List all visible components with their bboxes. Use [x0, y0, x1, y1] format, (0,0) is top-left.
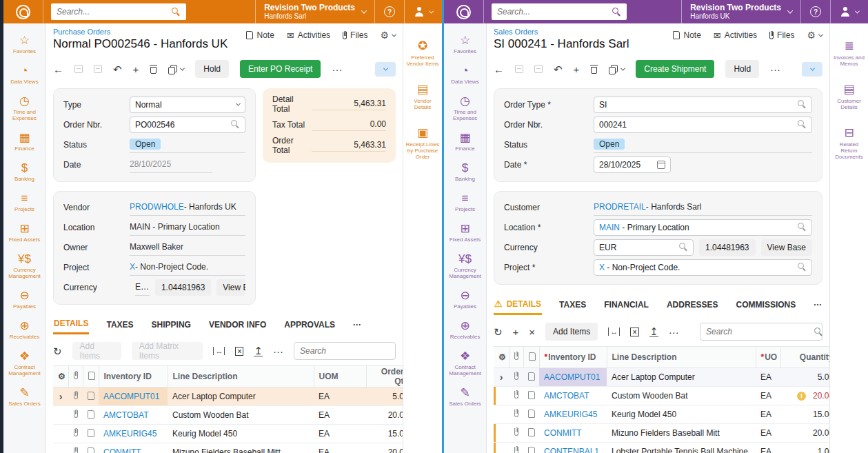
grid-search-input[interactable] — [706, 327, 814, 336]
row-note-cell[interactable] — [83, 443, 99, 453]
inventory-id-link[interactable]: CONMITT — [544, 428, 582, 438]
project-field[interactable]: X - Non-Project Code. — [594, 259, 812, 276]
expand-summary-button[interactable] — [375, 62, 396, 77]
sidebar-item-projects[interactable]: ≡Projects — [3, 187, 46, 217]
grid-search[interactable] — [700, 323, 822, 341]
back-button[interactable]: ← — [494, 64, 504, 74]
grid-more-button[interactable]: ··· — [669, 327, 679, 337]
grid-search[interactable] — [294, 342, 396, 360]
order-nbr-field[interactable]: PO002546 — [130, 117, 245, 133]
tab-[interactable]: ··· — [813, 297, 822, 314]
row-note-cell[interactable] — [83, 406, 99, 425]
sidebar-item-fixed-assets[interactable]: ⊞Fixed Assets — [3, 217, 46, 248]
side-panel-item-vendor-details[interactable]: ▤Vendor Details — [403, 77, 442, 120]
location-field[interactable]: MAIN - Primary Location — [594, 219, 812, 236]
side-panel-item-related-return-documents[interactable]: ⊟Related Return Documents — [830, 120, 868, 170]
column-uom[interactable]: UOM — [314, 366, 366, 387]
upload-icon[interactable]: ↥ — [254, 345, 263, 356]
help-button[interactable]: ? — [801, 0, 831, 23]
row-attachment-cell[interactable] — [509, 368, 523, 387]
fit-width-icon[interactable]: ↔ — [608, 328, 620, 336]
help-button[interactable]: ? — [375, 0, 405, 23]
order-type-field[interactable]: SI — [594, 97, 812, 113]
inventory-id-link[interactable]: CONMITT — [103, 447, 141, 453]
breadcrumb[interactable]: Sales Orders — [494, 28, 629, 36]
refresh-button[interactable]: ↻ — [53, 346, 62, 356]
row-attachment-cell[interactable] — [509, 405, 523, 424]
save-close-button[interactable] — [74, 65, 83, 73]
copy-paste-button[interactable] — [168, 65, 184, 74]
row-attachment-cell[interactable] — [68, 406, 83, 425]
export-excel-icon[interactable]: X — [630, 328, 639, 336]
date-field[interactable]: 28/10/2025 — [594, 157, 671, 173]
tab-details[interactable]: ⚠DETAILS — [494, 296, 542, 315]
tab-taxes[interactable]: TAXES — [105, 317, 134, 334]
user-menu[interactable] — [831, 0, 868, 23]
row-note-cell[interactable] — [523, 443, 539, 453]
undo-button[interactable]: ↶ — [113, 64, 122, 74]
inventory-id-link[interactable]: AMKEURIG45 — [544, 410, 597, 419]
search-input[interactable] — [57, 7, 172, 17]
sidebar-item-contract-management[interactable]: ❖Contract Management — [444, 345, 486, 381]
row-expander-cell[interactable]: › — [53, 387, 68, 406]
project-link[interactable]: X — [599, 263, 605, 272]
table-row[interactable]: CONMITTMizuno Fielders Baseball MittEA20… — [53, 443, 403, 453]
project-link[interactable]: X — [130, 262, 135, 272]
table-row[interactable]: AMKEURIG45Keurig Model 450EA15.0 — [53, 425, 403, 443]
row-attachment-cell[interactable] — [68, 425, 83, 443]
delete-button[interactable] — [150, 65, 157, 74]
side-panel-item-preferred-vendor-items[interactable]: ✪Preferred Vendor Items — [403, 33, 442, 77]
hold-button[interactable]: Hold — [195, 60, 229, 78]
column-inventory-id[interactable]: Inventory ID — [99, 366, 168, 387]
order-nbr-field[interactable]: 000241 — [594, 117, 812, 133]
sidebar-item-payables[interactable]: ⊖Payables — [3, 284, 46, 314]
note-button[interactable]: Note — [673, 30, 700, 40]
sidebar-item-data-views[interactable]: ◔Data Views — [3, 59, 46, 90]
row-attachment-cell[interactable] — [509, 443, 523, 453]
search-icon[interactable] — [612, 8, 621, 17]
calendar-icon[interactable] — [657, 161, 665, 169]
lookup-icon[interactable] — [798, 100, 807, 109]
inventory-id-link[interactable]: CONTENBAL1 — [544, 447, 599, 453]
table-row[interactable]: CONTENBAL1Lobster Portable Tennis Ball M… — [494, 443, 829, 453]
fit-width-icon[interactable]: ↔ — [213, 347, 225, 355]
table-row[interactable]: AMKEURIG45Keurig Model 450EA15.00 — [494, 405, 829, 424]
acumatica-logo[interactable] — [444, 0, 483, 23]
tab-details[interactable]: DETAILS — [53, 316, 89, 334]
acumatica-logo[interactable] — [3, 0, 43, 23]
user-menu[interactable] — [405, 0, 442, 23]
chevron-right-icon[interactable]: › — [500, 372, 503, 383]
tab-financial[interactable]: FINANCIAL — [603, 297, 649, 314]
sidebar-item-finance[interactable]: ▦Finance — [444, 126, 486, 157]
more-actions-button[interactable]: ··· — [770, 64, 780, 74]
vendor-link[interactable]: PRODWHOLE — [130, 202, 184, 212]
sidebar-item-finance[interactable]: ▦Finance — [3, 126, 46, 157]
column-quantity[interactable]: Quantity — [780, 347, 829, 368]
sidebar-item-currency-management[interactable]: ¥$Currency Management — [444, 248, 486, 284]
form-settings-button[interactable]: ⚙ — [380, 30, 396, 40]
hold-button[interactable]: Hold — [725, 60, 759, 78]
side-panel-item-invoices-and-memos[interactable]: ≣Invoices and Memos — [830, 33, 868, 77]
save-button[interactable] — [94, 65, 102, 73]
row-expander-cell[interactable]: › — [494, 368, 509, 387]
search-input[interactable] — [497, 7, 612, 17]
files-button[interactable]: Files — [343, 30, 367, 40]
sidebar-item-projects[interactable]: ≡Projects — [444, 187, 486, 217]
delete-row-button[interactable]: × — [529, 327, 535, 337]
tab-vendor-info[interactable]: VENDOR INFO — [208, 317, 267, 334]
currency-rate-button[interactable]: 1.04481963 — [155, 279, 211, 296]
back-button[interactable]: ← — [53, 64, 63, 74]
row-note-cell[interactable] — [83, 387, 99, 406]
tenant-selector[interactable]: Revision Two Products Hanfords UK — [681, 0, 801, 23]
row-attachment-cell[interactable] — [509, 424, 523, 443]
search-icon[interactable] — [814, 328, 816, 336]
refresh-button[interactable]: ↻ — [494, 327, 503, 337]
global-search[interactable] — [492, 3, 627, 20]
table-row[interactable]: ›AACOMPUT01Acer Laptop ComputerEA5.0 — [53, 387, 403, 406]
row-attachment-cell[interactable] — [68, 387, 83, 406]
row-note-cell[interactable] — [523, 368, 539, 387]
currency-field[interactable]: EUR — [594, 239, 694, 256]
row-note-cell[interactable] — [523, 424, 539, 443]
grid-more-button[interactable]: ··· — [273, 346, 283, 356]
column-order-qty[interactable]: Order Qt — [366, 366, 403, 387]
